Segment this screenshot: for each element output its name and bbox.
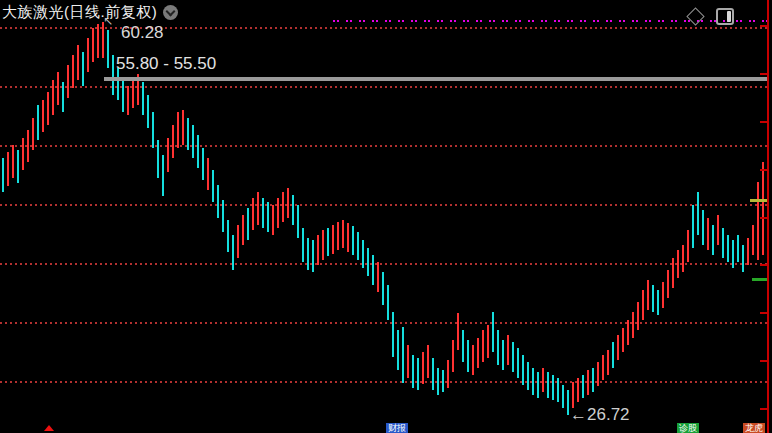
candle-bar xyxy=(722,228,724,258)
candle-bar xyxy=(232,235,234,270)
candle-bar xyxy=(82,52,84,86)
candle-bar xyxy=(417,358,419,390)
candle-bar xyxy=(697,192,699,235)
grid-dotted-line xyxy=(0,86,768,88)
candle-bar xyxy=(602,355,604,380)
candle-bar xyxy=(512,342,514,372)
candle-bar xyxy=(747,238,749,265)
chevron-down-icon[interactable] xyxy=(163,5,178,20)
candle-bar xyxy=(687,230,689,262)
grid-dotted-line xyxy=(0,263,768,265)
candle-bar xyxy=(597,362,599,386)
candle-bar xyxy=(542,368,544,392)
candle-bar xyxy=(487,325,489,358)
candle-bar xyxy=(642,290,644,320)
candle-bar xyxy=(707,218,709,250)
candle-bar xyxy=(382,272,384,305)
event-badge[interactable]: 财报 xyxy=(386,423,408,433)
candle-bar xyxy=(522,355,524,385)
candle-bar xyxy=(22,138,24,170)
candle-bar xyxy=(632,312,634,338)
candle-bar xyxy=(122,80,124,112)
candle-bar xyxy=(67,65,69,98)
candle-bar xyxy=(762,162,764,255)
candle-bar xyxy=(387,285,389,320)
candle-bar xyxy=(672,258,674,288)
candle-bar xyxy=(427,345,429,378)
candlestick-chart-area[interactable]: 55.80 - 55.50 ↖ 60.28 ←26.72 财报诊股龙虎 xyxy=(0,0,772,433)
candle-bar xyxy=(407,345,409,378)
candle-bar xyxy=(607,350,609,375)
candle-bar xyxy=(132,78,134,108)
candle-bar xyxy=(92,28,94,62)
candle-bar xyxy=(437,368,439,395)
low-price-label: ←26.72 xyxy=(570,405,630,425)
candle-bar xyxy=(347,223,349,252)
candle-bar xyxy=(167,138,169,172)
axis-tick xyxy=(760,360,767,362)
candle-bar xyxy=(142,82,144,115)
axis-tick xyxy=(760,312,767,314)
candle-bar xyxy=(127,86,129,115)
candle-bar xyxy=(367,248,369,276)
peak-price-label: 60.28 xyxy=(121,23,164,43)
grid-dotted-line xyxy=(0,27,768,29)
candle-bar xyxy=(392,312,394,357)
axis-tick xyxy=(760,408,767,410)
candle-bar xyxy=(397,330,399,370)
candle-bar xyxy=(567,390,569,415)
candle-bar xyxy=(447,360,449,388)
candle-bar xyxy=(107,30,109,68)
candle-bar xyxy=(622,328,624,352)
candle-bar xyxy=(322,230,324,260)
candle-bar xyxy=(187,118,189,150)
diamond-icon[interactable] xyxy=(686,7,704,25)
candle-bar xyxy=(592,368,594,392)
candle-bar xyxy=(12,145,14,178)
candle-bar xyxy=(7,152,9,186)
candle-bar xyxy=(237,225,239,258)
candle-bar xyxy=(477,338,479,368)
candle-bar xyxy=(667,270,669,298)
candle-bar xyxy=(412,355,414,388)
candle-bar xyxy=(652,285,654,312)
candle-bar xyxy=(47,92,49,125)
candle-bar xyxy=(197,135,199,168)
candle-bar xyxy=(272,205,274,235)
panel-right-icon[interactable] xyxy=(716,8,734,25)
event-badge[interactable]: 龙虎 xyxy=(743,423,765,433)
candle-bar xyxy=(422,352,424,384)
axis-highlight-tick xyxy=(752,278,767,281)
candle-bar xyxy=(562,385,564,408)
chart-title: 大族激光(日线.前复权) xyxy=(2,3,157,22)
candle-bar xyxy=(742,245,744,272)
candle-bar xyxy=(547,372,549,398)
candle-bar xyxy=(377,262,379,292)
candle-bar xyxy=(77,45,79,80)
candle-bar xyxy=(317,235,319,265)
candle-bar xyxy=(337,222,339,250)
candle-bar xyxy=(262,198,264,228)
candle-bar xyxy=(57,72,59,105)
candle-bar xyxy=(162,155,164,196)
candle-bar xyxy=(727,235,729,262)
candle-bar xyxy=(147,95,149,128)
candle-bar xyxy=(252,198,254,230)
candle-bar xyxy=(682,245,684,272)
candle-bar xyxy=(227,220,229,252)
candle-bar xyxy=(27,130,29,162)
gap-band-label: 55.80 - 55.50 xyxy=(116,54,216,74)
toolbar-icons xyxy=(689,8,734,25)
candle-bar xyxy=(202,148,204,180)
candle-bar xyxy=(302,228,304,262)
candle-bar xyxy=(72,55,74,88)
candle-bar xyxy=(327,228,329,256)
axis-tick xyxy=(760,121,767,123)
candle-bar xyxy=(267,202,269,232)
event-badge[interactable]: 诊股 xyxy=(677,423,699,433)
candle-bar xyxy=(737,235,739,262)
candle-bar xyxy=(647,280,649,310)
candle-bar xyxy=(492,312,494,352)
candle-bar xyxy=(87,38,89,72)
event-triangle-marker[interactable] xyxy=(44,425,54,431)
